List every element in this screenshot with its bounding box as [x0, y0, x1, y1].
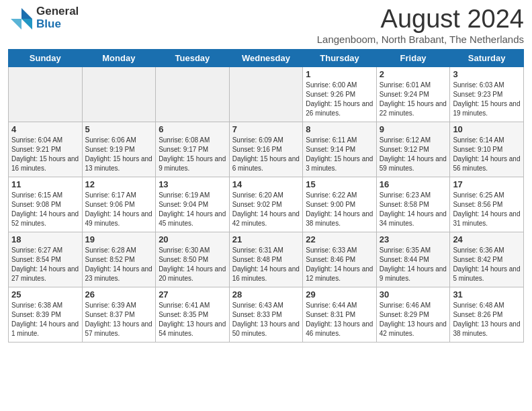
- cell-info: Sunrise: 6:43 AM Sunset: 8:33 PM Dayligh…: [232, 301, 300, 339]
- calendar-cell-15: 15Sunrise: 6:22 AM Sunset: 9:00 PM Dayli…: [303, 177, 377, 232]
- cell-info: Sunrise: 6:48 AM Sunset: 8:26 PM Dayligh…: [453, 301, 521, 339]
- calendar-cell-31: 31Sunrise: 6:48 AM Sunset: 8:26 PM Dayli…: [450, 287, 524, 342]
- day-number: 20: [159, 234, 226, 244]
- day-number: 25: [11, 289, 79, 300]
- cell-info: Sunrise: 6:22 AM Sunset: 9:00 PM Dayligh…: [306, 191, 373, 229]
- calendar-cell-3: 3Sunrise: 6:03 AM Sunset: 9:23 PM Daylig…: [450, 66, 524, 122]
- cell-info: Sunrise: 6:14 AM Sunset: 9:10 PM Dayligh…: [453, 136, 521, 174]
- cell-info: Sunrise: 6:28 AM Sunset: 8:52 PM Dayligh…: [85, 246, 153, 284]
- cell-info: Sunrise: 6:27 AM Sunset: 8:54 PM Dayligh…: [11, 246, 79, 284]
- day-number: 4: [11, 124, 79, 134]
- calendar-cell-19: 19Sunrise: 6:28 AM Sunset: 8:52 PM Dayli…: [82, 232, 156, 287]
- cell-info: Sunrise: 6:30 AM Sunset: 8:50 PM Dayligh…: [159, 246, 226, 284]
- title-block: August 2024 Langenboom, North Brabant, T…: [317, 5, 524, 45]
- cell-info: Sunrise: 6:20 AM Sunset: 9:02 PM Dayligh…: [232, 191, 300, 229]
- cell-info: Sunrise: 6:08 AM Sunset: 9:17 PM Dayligh…: [159, 136, 226, 174]
- calendar-cell-14: 14Sunrise: 6:20 AM Sunset: 9:02 PM Dayli…: [229, 177, 303, 232]
- day-header-friday: Friday: [376, 49, 450, 66]
- week-row-5: 25Sunrise: 6:38 AM Sunset: 8:39 PM Dayli…: [9, 287, 524, 342]
- cell-info: Sunrise: 6:01 AM Sunset: 9:24 PM Dayligh…: [380, 81, 447, 119]
- cell-info: Sunrise: 6:36 AM Sunset: 8:42 PM Dayligh…: [453, 246, 521, 284]
- cell-info: Sunrise: 6:19 AM Sunset: 9:04 PM Dayligh…: [159, 191, 226, 229]
- cell-info: Sunrise: 6:17 AM Sunset: 9:06 PM Dayligh…: [85, 191, 153, 229]
- cell-info: Sunrise: 6:11 AM Sunset: 9:14 PM Dayligh…: [306, 136, 373, 174]
- calendar-cell-16: 16Sunrise: 6:23 AM Sunset: 8:58 PM Dayli…: [376, 177, 450, 232]
- week-row-2: 4Sunrise: 6:04 AM Sunset: 9:21 PM Daylig…: [9, 122, 524, 177]
- day-number: 2: [380, 69, 447, 79]
- calendar-cell-22: 22Sunrise: 6:33 AM Sunset: 8:46 PM Dayli…: [303, 232, 377, 287]
- svg-marker-0: [21, 8, 32, 19]
- month-year-title: August 2024: [317, 5, 524, 34]
- empty-cell: [156, 66, 230, 122]
- day-number: 28: [232, 289, 300, 300]
- cell-info: Sunrise: 6:31 AM Sunset: 8:48 PM Dayligh…: [232, 246, 300, 284]
- day-number: 29: [306, 289, 373, 300]
- cell-info: Sunrise: 6:35 AM Sunset: 8:44 PM Dayligh…: [380, 246, 447, 284]
- calendar-cell-26: 26Sunrise: 6:39 AM Sunset: 8:37 PM Dayli…: [82, 287, 156, 342]
- day-number: 27: [159, 289, 226, 300]
- calendar-cell-30: 30Sunrise: 6:46 AM Sunset: 8:29 PM Dayli…: [376, 287, 450, 342]
- day-header-row: SundayMondayTuesdayWednesdayThursdayFrid…: [9, 49, 524, 66]
- cell-info: Sunrise: 6:39 AM Sunset: 8:37 PM Dayligh…: [85, 301, 153, 339]
- cell-info: Sunrise: 6:03 AM Sunset: 9:23 PM Dayligh…: [453, 81, 521, 119]
- calendar-cell-2: 2Sunrise: 6:01 AM Sunset: 9:24 PM Daylig…: [376, 66, 450, 122]
- day-number: 15: [306, 179, 373, 189]
- calendar-cell-9: 9Sunrise: 6:12 AM Sunset: 9:12 PM Daylig…: [376, 122, 450, 177]
- day-number: 16: [380, 179, 447, 189]
- calendar-table: SundayMondayTuesdayWednesdayThursdayFrid…: [8, 49, 524, 342]
- cell-info: Sunrise: 6:15 AM Sunset: 9:08 PM Dayligh…: [11, 191, 79, 229]
- empty-cell: [82, 66, 156, 122]
- calendar-cell-18: 18Sunrise: 6:27 AM Sunset: 8:54 PM Dayli…: [9, 232, 83, 287]
- calendar-cell-13: 13Sunrise: 6:19 AM Sunset: 9:04 PM Dayli…: [156, 177, 230, 232]
- day-number: 19: [85, 234, 153, 244]
- day-number: 14: [232, 179, 300, 189]
- day-number: 26: [85, 289, 153, 300]
- cell-info: Sunrise: 6:46 AM Sunset: 8:29 PM Dayligh…: [380, 301, 447, 339]
- calendar-cell-20: 20Sunrise: 6:30 AM Sunset: 8:50 PM Dayli…: [156, 232, 230, 287]
- cell-info: Sunrise: 6:00 AM Sunset: 9:26 PM Dayligh…: [306, 81, 373, 119]
- location-text: Langenboom, North Brabant, The Netherlan…: [317, 34, 524, 45]
- day-number: 7: [232, 124, 300, 134]
- week-row-3: 11Sunrise: 6:15 AM Sunset: 9:08 PM Dayli…: [9, 177, 524, 232]
- cell-info: Sunrise: 6:09 AM Sunset: 9:16 PM Dayligh…: [232, 136, 300, 174]
- svg-marker-2: [11, 19, 21, 30]
- calendar-cell-11: 11Sunrise: 6:15 AM Sunset: 9:08 PM Dayli…: [9, 177, 83, 232]
- calendar-cell-5: 5Sunrise: 6:06 AM Sunset: 9:19 PM Daylig…: [82, 122, 156, 177]
- cell-info: Sunrise: 6:06 AM Sunset: 9:19 PM Dayligh…: [85, 136, 153, 174]
- calendar-cell-23: 23Sunrise: 6:35 AM Sunset: 8:44 PM Dayli…: [376, 232, 450, 287]
- cell-info: Sunrise: 6:12 AM Sunset: 9:12 PM Dayligh…: [380, 136, 447, 174]
- day-number: 22: [306, 234, 373, 244]
- calendar-cell-28: 28Sunrise: 6:43 AM Sunset: 8:33 PM Dayli…: [229, 287, 303, 342]
- day-number: 8: [306, 124, 373, 134]
- day-number: 9: [380, 124, 447, 134]
- svg-marker-1: [21, 19, 32, 30]
- cell-info: Sunrise: 6:38 AM Sunset: 8:39 PM Dayligh…: [11, 301, 79, 339]
- cell-info: Sunrise: 6:33 AM Sunset: 8:46 PM Dayligh…: [306, 246, 373, 284]
- calendar-cell-29: 29Sunrise: 6:44 AM Sunset: 8:31 PM Dayli…: [303, 287, 377, 342]
- logo-general: General: [36, 5, 79, 18]
- calendar-cell-12: 12Sunrise: 6:17 AM Sunset: 9:06 PM Dayli…: [82, 177, 156, 232]
- calendar-cell-6: 6Sunrise: 6:08 AM Sunset: 9:17 PM Daylig…: [156, 122, 230, 177]
- cell-info: Sunrise: 6:25 AM Sunset: 8:56 PM Dayligh…: [453, 191, 521, 229]
- day-number: 18: [11, 234, 79, 244]
- cell-info: Sunrise: 6:44 AM Sunset: 8:31 PM Dayligh…: [306, 301, 373, 339]
- day-number: 13: [159, 179, 226, 189]
- day-number: 12: [85, 179, 153, 189]
- day-number: 5: [85, 124, 153, 134]
- day-number: 6: [159, 124, 226, 134]
- header: General Blue August 2024 Langenboom, Nor…: [8, 5, 524, 45]
- day-header-sunday: Sunday: [9, 49, 83, 66]
- day-number: 3: [453, 69, 521, 79]
- day-header-thursday: Thursday: [303, 49, 377, 66]
- day-header-tuesday: Tuesday: [156, 49, 230, 66]
- calendar-cell-7: 7Sunrise: 6:09 AM Sunset: 9:16 PM Daylig…: [229, 122, 303, 177]
- calendar-cell-4: 4Sunrise: 6:04 AM Sunset: 9:21 PM Daylig…: [9, 122, 83, 177]
- day-number: 21: [232, 234, 300, 244]
- day-number: 30: [380, 289, 447, 300]
- day-header-monday: Monday: [82, 49, 156, 66]
- day-number: 23: [380, 234, 447, 244]
- logo-blue: Blue: [36, 18, 79, 31]
- week-row-4: 18Sunrise: 6:27 AM Sunset: 8:54 PM Dayli…: [9, 232, 524, 287]
- calendar-cell-10: 10Sunrise: 6:14 AM Sunset: 9:10 PM Dayli…: [450, 122, 524, 177]
- cell-info: Sunrise: 6:04 AM Sunset: 9:21 PM Dayligh…: [11, 136, 79, 174]
